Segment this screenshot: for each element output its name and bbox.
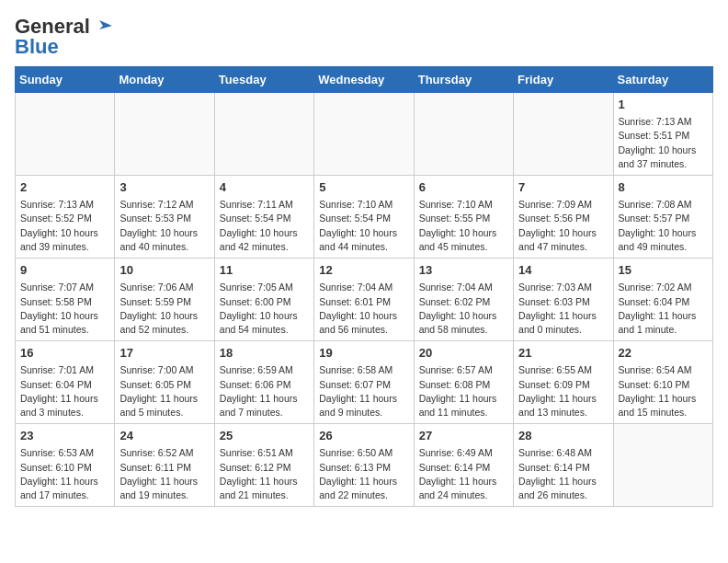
day-cell: 12Sunrise: 7:04 AMSunset: 6:01 PMDayligh… [314,259,414,341]
day-number: 10 [119,262,209,279]
day-info: Sunrise: 7:10 AMSunset: 5:55 PMDaylight:… [419,198,508,254]
day-info: Sunrise: 6:50 AMSunset: 6:13 PMDaylight:… [319,446,408,502]
day-info: Sunrise: 6:55 AMSunset: 6:09 PMDaylight:… [518,363,608,419]
day-cell [414,93,513,176]
day-info: Sunrise: 7:12 AMSunset: 5:53 PMDaylight:… [119,198,209,254]
day-number: 21 [518,345,608,362]
day-cell: 14Sunrise: 7:03 AMSunset: 6:03 PMDayligh… [514,259,613,341]
day-cell: 11Sunrise: 7:05 AMSunset: 6:00 PMDayligh… [214,259,313,341]
day-info: Sunrise: 7:04 AMSunset: 6:01 PMDaylight:… [319,281,408,337]
weekday-header-row: SundayMondayTuesdayWednesdayThursdayFrid… [16,67,713,93]
day-cell: 2Sunrise: 7:13 AMSunset: 5:52 PMDaylight… [16,176,115,259]
day-info: Sunrise: 7:06 AMSunset: 5:59 PMDaylight:… [119,281,209,337]
day-info: Sunrise: 7:00 AMSunset: 6:05 PMDaylight:… [119,363,209,419]
day-info: Sunrise: 7:10 AMSunset: 5:54 PMDaylight:… [319,198,408,254]
day-number: 27 [419,428,508,444]
day-cell: 25Sunrise: 6:51 AMSunset: 6:12 PMDayligh… [214,424,313,507]
day-number: 14 [518,262,608,279]
day-info: Sunrise: 7:07 AMSunset: 5:58 PMDaylight:… [20,281,109,337]
week-row-4: 16Sunrise: 7:01 AMSunset: 6:04 PMDayligh… [16,341,713,424]
day-number: 8 [619,179,708,196]
day-number: 28 [518,428,608,444]
day-number: 23 [20,428,109,444]
day-info: Sunrise: 7:05 AMSunset: 6:00 PMDaylight:… [220,281,309,337]
day-cell: 1Sunrise: 7:13 AMSunset: 5:51 PMDaylight… [613,93,712,176]
day-cell: 26Sunrise: 6:50 AMSunset: 6:13 PMDayligh… [314,424,414,507]
day-cell: 17Sunrise: 7:00 AMSunset: 6:05 PMDayligh… [115,341,214,424]
day-cell: 8Sunrise: 7:08 AMSunset: 5:57 PMDaylight… [613,176,712,259]
page-header: General Blue [15,15,713,59]
day-cell: 10Sunrise: 7:06 AMSunset: 5:59 PMDayligh… [115,259,214,341]
day-number: 13 [419,262,508,279]
day-cell: 13Sunrise: 7:04 AMSunset: 6:02 PMDayligh… [414,259,513,341]
day-number: 7 [518,179,608,196]
day-info: Sunrise: 6:51 AMSunset: 6:12 PMDaylight:… [220,446,309,502]
day-info: Sunrise: 6:57 AMSunset: 6:08 PMDaylight:… [419,363,508,419]
day-cell: 22Sunrise: 6:54 AMSunset: 6:10 PMDayligh… [613,341,712,424]
day-cell: 6Sunrise: 7:10 AMSunset: 5:55 PMDaylight… [414,176,513,259]
weekday-header-thursday: Thursday [414,67,513,93]
day-cell [613,424,712,507]
day-number: 9 [20,262,109,279]
day-number: 2 [20,179,109,196]
week-row-2: 2Sunrise: 7:13 AMSunset: 5:52 PMDaylight… [16,176,713,259]
day-info: Sunrise: 6:58 AMSunset: 6:07 PMDaylight:… [319,363,408,419]
day-number: 12 [319,262,408,279]
day-number: 6 [419,179,508,196]
logo: General Blue [15,15,112,59]
day-info: Sunrise: 6:54 AMSunset: 6:10 PMDaylight:… [619,363,708,419]
day-info: Sunrise: 6:49 AMSunset: 6:14 PMDaylight:… [419,446,508,502]
day-info: Sunrise: 7:04 AMSunset: 6:02 PMDaylight:… [419,281,508,337]
day-number: 5 [319,179,408,196]
day-cell: 16Sunrise: 7:01 AMSunset: 6:04 PMDayligh… [16,341,115,424]
day-number: 17 [119,345,209,362]
day-cell: 21Sunrise: 6:55 AMSunset: 6:09 PMDayligh… [514,341,613,424]
week-row-5: 23Sunrise: 6:53 AMSunset: 6:10 PMDayligh… [16,424,713,507]
weekday-header-friday: Friday [514,67,613,93]
day-cell: 9Sunrise: 7:07 AMSunset: 5:58 PMDaylight… [16,259,115,341]
day-number: 3 [119,179,209,196]
day-cell: 28Sunrise: 6:48 AMSunset: 6:14 PMDayligh… [514,424,613,507]
day-cell [115,93,214,176]
day-info: Sunrise: 7:02 AMSunset: 6:04 PMDaylight:… [619,281,708,337]
calendar-table: SundayMondayTuesdayWednesdayThursdayFrid… [15,66,713,507]
day-cell: 15Sunrise: 7:02 AMSunset: 6:04 PMDayligh… [613,259,712,341]
day-cell [514,93,613,176]
day-number: 1 [619,97,708,113]
day-info: Sunrise: 7:13 AMSunset: 5:51 PMDaylight:… [619,115,708,171]
day-info: Sunrise: 7:13 AMSunset: 5:52 PMDaylight:… [20,198,109,254]
weekday-header-monday: Monday [115,67,214,93]
day-cell: 24Sunrise: 6:52 AMSunset: 6:11 PMDayligh… [115,424,214,507]
day-info: Sunrise: 7:03 AMSunset: 6:03 PMDaylight:… [518,281,608,337]
day-cell: 18Sunrise: 6:59 AMSunset: 6:06 PMDayligh… [214,341,313,424]
day-cell [16,93,115,176]
day-number: 15 [619,262,708,279]
day-number: 20 [419,345,508,362]
logo-blue-text: Blue [15,35,59,59]
week-row-1: 1Sunrise: 7:13 AMSunset: 5:51 PMDaylight… [16,93,713,176]
day-number: 22 [619,345,708,362]
week-row-3: 9Sunrise: 7:07 AMSunset: 5:58 PMDaylight… [16,259,713,341]
day-number: 25 [220,428,309,444]
day-info: Sunrise: 7:11 AMSunset: 5:54 PMDaylight:… [220,198,309,254]
weekday-header-wednesday: Wednesday [314,67,414,93]
weekday-header-sunday: Sunday [16,67,115,93]
day-info: Sunrise: 6:53 AMSunset: 6:10 PMDaylight:… [20,446,109,502]
svg-marker-0 [99,20,112,29]
logo-bird-icon [92,17,112,37]
day-number: 26 [319,428,408,444]
day-cell [314,93,414,176]
day-info: Sunrise: 7:09 AMSunset: 5:56 PMDaylight:… [518,198,608,254]
weekday-header-tuesday: Tuesday [214,67,313,93]
day-cell: 23Sunrise: 6:53 AMSunset: 6:10 PMDayligh… [16,424,115,507]
day-number: 19 [319,345,408,362]
day-cell: 7Sunrise: 7:09 AMSunset: 5:56 PMDaylight… [514,176,613,259]
day-number: 4 [220,179,309,196]
day-cell: 5Sunrise: 7:10 AMSunset: 5:54 PMDaylight… [314,176,414,259]
day-info: Sunrise: 6:59 AMSunset: 6:06 PMDaylight:… [220,363,309,419]
day-info: Sunrise: 6:52 AMSunset: 6:11 PMDaylight:… [119,446,209,502]
day-cell: 27Sunrise: 6:49 AMSunset: 6:14 PMDayligh… [414,424,513,507]
day-number: 24 [119,428,209,444]
day-info: Sunrise: 7:08 AMSunset: 5:57 PMDaylight:… [619,198,708,254]
day-cell: 4Sunrise: 7:11 AMSunset: 5:54 PMDaylight… [214,176,313,259]
